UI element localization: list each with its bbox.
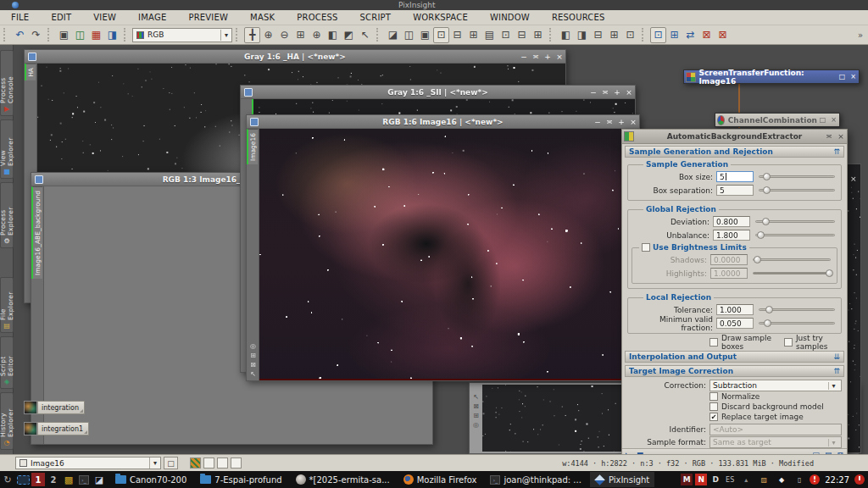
- tray-files-icon[interactable]: ▨: [756, 472, 771, 487]
- menu-preview[interactable]: PREVIEW: [177, 13, 239, 22]
- doc-save-icon[interactable]: ⊟: [514, 27, 530, 43]
- histogram-icon[interactable]: ▤: [481, 27, 498, 43]
- channel-combination-window[interactable]: ChannelCombination □ ×: [715, 113, 840, 127]
- mask-select-icon[interactable]: ⊟: [449, 27, 465, 43]
- annotate-icon[interactable]: ◪: [385, 27, 401, 43]
- just-try-samples-checkbox[interactable]: [784, 338, 793, 347]
- readout-swatch[interactable]: [203, 458, 214, 469]
- deviation-input[interactable]: 0.800: [713, 216, 750, 227]
- dock-tab-script-editor[interactable]: Script Editor ◈: [0, 336, 14, 389]
- probe-icon[interactable]: ⊡: [433, 27, 449, 43]
- draw-sample-boxes-checkbox[interactable]: [709, 338, 718, 347]
- zoom-in-icon[interactable]: ⊕: [260, 27, 276, 43]
- task-pixinsight[interactable]: PixInsight: [590, 472, 654, 487]
- menu-view[interactable]: VIEW: [82, 13, 127, 22]
- pointer-icon[interactable]: ↖: [250, 370, 256, 378]
- close-button[interactable]: ×: [554, 51, 565, 63]
- readout-swatch[interactable]: [217, 458, 228, 469]
- close-button[interactable]: ×: [835, 130, 847, 142]
- tray-indicator-n[interactable]: N: [695, 474, 707, 485]
- view-c-icon[interactable]: ⊡: [622, 27, 638, 43]
- zoom-icon[interactable]: ⊞: [473, 412, 479, 419]
- screen-swap-icon[interactable]: ⇄: [682, 27, 698, 43]
- use-brightness-limits-checkbox[interactable]: [642, 243, 650, 252]
- hidden-window-close-icon[interactable]: ×: [850, 175, 857, 183]
- mask-invert-icon[interactable]: ⊞: [465, 27, 481, 43]
- window-list-button[interactable]: □: [164, 457, 178, 469]
- rgb-view-tab[interactable]: Image16: [247, 129, 258, 164]
- image-viewer-icon[interactable]: ◪: [92, 472, 107, 487]
- task-gimp-2025-ermita[interactable]: *[2025-ermita-sa...: [291, 472, 395, 487]
- minimize-button[interactable]: −: [592, 116, 604, 128]
- tray-alert-icon[interactable]: !: [810, 474, 820, 485]
- view-a-icon[interactable]: ⊟: [590, 27, 606, 43]
- min-valid-fraction-input[interactable]: 0.050: [716, 318, 754, 329]
- task-7-espai-profund[interactable]: 7-Espai-profund: [195, 472, 287, 487]
- fit-icon[interactable]: ⊠: [473, 402, 479, 410]
- maximize-button[interactable]: +: [611, 86, 623, 98]
- readout-mode-icon[interactable]: ◧: [325, 27, 341, 43]
- view-select-dropdown-icon[interactable]: ▾: [149, 458, 160, 469]
- view-b-icon[interactable]: ⊞: [606, 27, 622, 43]
- menu-image[interactable]: IMAGE: [127, 13, 177, 22]
- show-desktop-icon[interactable]: [15, 472, 31, 487]
- min-valid-fraction-slider[interactable]: [759, 319, 835, 328]
- box-separation-slider[interactable]: [759, 186, 835, 195]
- task-mozilla-firefox[interactable]: Mozilla Firefox: [398, 472, 482, 487]
- deviation-slider[interactable]: [755, 217, 835, 226]
- collapse-icon[interactable]: ⇈: [833, 147, 840, 156]
- minimize-button[interactable]: −: [518, 51, 530, 63]
- shade-button[interactable]: ≍: [823, 130, 835, 142]
- stf-mode-icon[interactable]: ▦: [88, 27, 104, 43]
- dock-tab-process-console[interactable]: Process Console ▶: [0, 50, 14, 116]
- terminal-launcher-icon[interactable]: ›_: [76, 472, 92, 487]
- tray-keyboard-layout[interactable]: ES: [724, 474, 736, 485]
- identifier-input[interactable]: <Auto>: [709, 424, 842, 435]
- tray-battery-icon[interactable]: ▯: [792, 472, 807, 487]
- ha-window-titlebar[interactable]: Gray 1:6 _HA | <*new*> − ≍ + ×: [25, 50, 565, 64]
- doc-revert-icon[interactable]: ⊞: [530, 27, 546, 43]
- panel-left-icon[interactable]: ◧: [558, 27, 574, 43]
- menu-file[interactable]: FILE: [0, 13, 40, 22]
- pointer-icon[interactable]: ↖: [473, 393, 479, 401]
- tray-notifications-icon[interactable]: ◆: [774, 472, 789, 487]
- restore-button[interactable]: □: [817, 114, 828, 125]
- channel-select-combobox[interactable]: RGB ▾: [132, 28, 232, 42]
- rgb-window-titlebar[interactable]: RGB 1:6 Image16 | <*new*> − ≍ + ×: [247, 115, 639, 129]
- close-button[interactable]: ×: [623, 86, 635, 98]
- rgb-image[interactable]: [259, 129, 639, 380]
- box-size-slider[interactable]: [759, 172, 835, 181]
- close-button[interactable]: ×: [627, 116, 639, 128]
- fit-window-icon[interactable]: ▣: [56, 27, 72, 43]
- menu-resources[interactable]: RESOURCES: [541, 13, 616, 22]
- expand-icon[interactable]: ⇊: [833, 352, 840, 361]
- shade-button[interactable]: ≍: [599, 86, 611, 98]
- box-separation-input[interactable]: 5: [716, 185, 754, 196]
- pan-mode-icon[interactable]: ╋: [244, 27, 260, 43]
- maximize-button[interactable]: +: [542, 51, 554, 63]
- normalize-checkbox[interactable]: [709, 392, 718, 401]
- dock-tab-file-explorer[interactable]: File Explorer ▤: [0, 277, 14, 333]
- workspace-2-button[interactable]: 2: [47, 473, 60, 486]
- shade-button[interactable]: ≍: [604, 116, 615, 128]
- clone-window-icon[interactable]: ◫: [72, 27, 88, 43]
- replace-target-checkbox[interactable]: ✔: [709, 413, 718, 421]
- panel-right-icon[interactable]: ◨: [574, 27, 590, 43]
- package-manager-icon[interactable]: ▩: [61, 472, 76, 487]
- view-select-combobox[interactable]: Image16 ▾: [15, 457, 161, 469]
- menu-script[interactable]: SCRIPT: [349, 13, 403, 22]
- workspace-1-button[interactable]: 1: [31, 473, 45, 486]
- stf-window[interactable]: ScreenTransferFunction: Image16 □ ×: [683, 69, 860, 84]
- menu-process[interactable]: PROCESS: [286, 13, 348, 22]
- undo-icon[interactable]: ↶: [12, 27, 28, 43]
- section-target-image-correction[interactable]: Target Image Correction ⇈: [625, 365, 844, 377]
- screen-monitor-icon[interactable]: ⊡: [650, 27, 666, 43]
- abe-titlebar[interactable]: AutomaticBackgroundExtractor ≍ ×: [622, 130, 847, 144]
- tolerance-slider[interactable]: [759, 305, 835, 314]
- pointer-mode-icon[interactable]: ↖: [357, 27, 373, 43]
- abe-dialog[interactable]: AutomaticBackgroundExtractor ≍ × Sample …: [621, 129, 848, 454]
- readout-swatch[interactable]: [231, 458, 242, 469]
- menu-window[interactable]: WINDOW: [479, 13, 541, 22]
- iconified-window-integration1[interactable]: integration1: [24, 421, 89, 436]
- toolbar-overflow-button[interactable]: »: [858, 30, 863, 40]
